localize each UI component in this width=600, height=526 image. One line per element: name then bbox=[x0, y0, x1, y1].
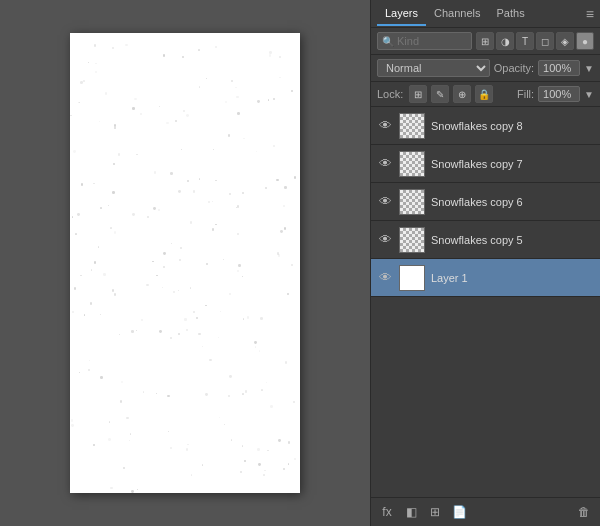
fill-label: Fill: bbox=[517, 88, 534, 100]
layer-visibility-layer-sf8[interactable]: 👁 bbox=[377, 118, 393, 134]
filter-row: 🔍 ⊞ ◑ T ◻ ◈ ● bbox=[371, 28, 600, 55]
lock-row: Lock: ⊞ ✎ ⊕ 🔒 Fill: ▼ bbox=[371, 82, 600, 107]
blend-mode-select[interactable]: Normal bbox=[377, 59, 490, 77]
layer-name-layer-1: Layer 1 bbox=[431, 272, 594, 284]
layer-item-layer-sf5[interactable]: 👁Snowflakes copy 5 bbox=[371, 221, 600, 259]
tab-channels[interactable]: Channels bbox=[426, 2, 488, 26]
filter-smart-btn[interactable]: ◈ bbox=[556, 32, 574, 50]
opacity-input[interactable] bbox=[538, 60, 580, 76]
layer-visibility-layer-sf6[interactable]: 👁 bbox=[377, 194, 393, 210]
filter-search-box[interactable]: 🔍 bbox=[377, 32, 472, 50]
fill-input[interactable] bbox=[538, 86, 580, 102]
lock-pixels-btn[interactable]: ⊞ bbox=[409, 85, 427, 103]
blend-mode-row: Normal Opacity: ▼ bbox=[371, 55, 600, 82]
layer-thumb-layer-sf7 bbox=[399, 151, 425, 177]
filter-toggle-btn[interactable]: ● bbox=[576, 32, 594, 50]
panel-tabs: Layers Channels Paths ≡ bbox=[371, 0, 600, 28]
layer-item-layer-sf7[interactable]: 👁Snowflakes copy 7 bbox=[371, 145, 600, 183]
layer-item-layer-sf8[interactable]: 👁Snowflakes copy 8 bbox=[371, 107, 600, 145]
lock-label: Lock: bbox=[377, 88, 403, 100]
filter-adjust-btn[interactable]: ◑ bbox=[496, 32, 514, 50]
layer-thumb-layer-sf8 bbox=[399, 113, 425, 139]
layers-panel: Layers Channels Paths ≡ 🔍 ⊞ ◑ T ◻ ◈ ● No… bbox=[370, 0, 600, 526]
filter-pixel-btn[interactable]: ⊞ bbox=[476, 32, 494, 50]
opacity-label: Opacity: bbox=[494, 62, 534, 74]
filter-type-btn[interactable]: T bbox=[516, 32, 534, 50]
layer-thumb-layer-1 bbox=[399, 265, 425, 291]
lock-image-btn[interactable]: ✎ bbox=[431, 85, 449, 103]
filter-shape-btn[interactable]: ◻ bbox=[536, 32, 554, 50]
search-input[interactable] bbox=[397, 35, 467, 47]
tab-paths[interactable]: Paths bbox=[489, 2, 533, 26]
new-fill-btn[interactable]: ◧ bbox=[401, 502, 421, 522]
tab-layers[interactable]: Layers bbox=[377, 2, 426, 26]
layer-visibility-layer-1[interactable]: 👁 bbox=[377, 270, 393, 286]
layer-item-layer-1[interactable]: 👁Layer 1 bbox=[371, 259, 600, 297]
opacity-arrow[interactable]: ▼ bbox=[584, 63, 594, 74]
layer-thumb-layer-sf6 bbox=[399, 189, 425, 215]
layer-name-layer-sf5: Snowflakes copy 5 bbox=[431, 234, 594, 246]
lock-position-btn[interactable]: ⊕ bbox=[453, 85, 471, 103]
panel-bottom: fx ◧ ⊞ 📄 🗑 bbox=[371, 497, 600, 526]
layer-visibility-layer-sf7[interactable]: 👁 bbox=[377, 156, 393, 172]
layers-list: 👁Snowflakes copy 8👁Snowflakes copy 7👁Sno… bbox=[371, 107, 600, 497]
layer-name-layer-sf8: Snowflakes copy 8 bbox=[431, 120, 594, 132]
new-layer-btn[interactable]: 📄 bbox=[449, 502, 469, 522]
fill-arrow[interactable]: ▼ bbox=[584, 89, 594, 100]
fill-section: Fill: ▼ bbox=[517, 86, 594, 102]
layer-visibility-layer-sf5[interactable]: 👁 bbox=[377, 232, 393, 248]
delete-layer-btn[interactable]: 🗑 bbox=[574, 502, 594, 522]
search-icon: 🔍 bbox=[382, 36, 394, 47]
lock-all-btn[interactable]: 🔒 bbox=[475, 85, 493, 103]
panel-menu-icon[interactable]: ≡ bbox=[586, 6, 594, 22]
canvas-area bbox=[0, 0, 370, 526]
add-fx-btn[interactable]: fx bbox=[377, 502, 397, 522]
layer-name-layer-sf6: Snowflakes copy 6 bbox=[431, 196, 594, 208]
layer-item-layer-sf6[interactable]: 👁Snowflakes copy 6 bbox=[371, 183, 600, 221]
new-group-btn[interactable]: ⊞ bbox=[425, 502, 445, 522]
layer-name-layer-sf7: Snowflakes copy 7 bbox=[431, 158, 594, 170]
filter-icons: ⊞ ◑ T ◻ ◈ ● bbox=[476, 32, 594, 50]
layer-thumb-layer-sf5 bbox=[399, 227, 425, 253]
canvas-document bbox=[70, 33, 300, 493]
